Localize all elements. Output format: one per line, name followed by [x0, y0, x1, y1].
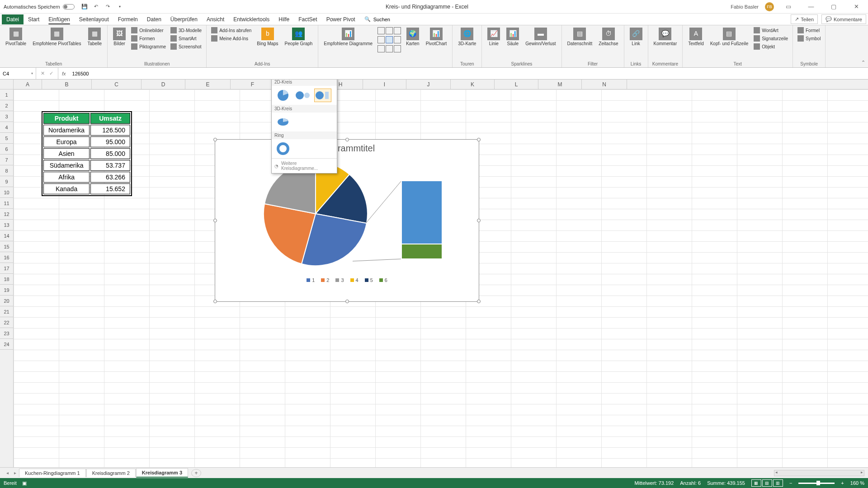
comment-button[interactable]: 💬Kommentar: [652, 27, 679, 47]
pictures-button[interactable]: 🖼Bilder: [111, 27, 127, 47]
chart-type-col-icon[interactable]: [377, 27, 385, 34]
tab-file[interactable]: Datei: [2, 14, 24, 24]
get-addins-button[interactable]: Add-Ins abrufen: [210, 27, 252, 34]
resize-handle[interactable]: [477, 300, 481, 303]
row-header[interactable]: 21: [0, 306, 13, 317]
resize-handle[interactable]: [213, 219, 217, 222]
tab-ueberpruefen[interactable]: Überprüfen: [166, 14, 202, 24]
3d-map-button[interactable]: 🌐3D-Karte: [456, 27, 478, 47]
column-header[interactable]: A: [14, 80, 42, 89]
row-header[interactable]: 22: [0, 317, 13, 328]
link-button[interactable]: 🔗Link: [628, 27, 644, 47]
sheet-nav-prev-icon[interactable]: ◂: [4, 470, 11, 475]
redo-icon[interactable]: ↷: [104, 3, 112, 10]
column-header[interactable]: K: [451, 80, 495, 89]
save-icon[interactable]: 💾: [81, 3, 88, 10]
symbol-button[interactable]: Symbol: [797, 35, 821, 42]
sparkline-line-button[interactable]: 📈Linie: [486, 27, 502, 47]
pivotchart-button[interactable]: 📊PivotChart: [424, 27, 449, 47]
resize-handle[interactable]: [477, 219, 481, 222]
row-header[interactable]: 23: [0, 328, 13, 339]
search-tab[interactable]: 🔍 Suchen: [364, 16, 390, 22]
sheet-tab-1[interactable]: Kuchen-Ringdiagramm 1: [19, 469, 86, 477]
row-header[interactable]: 5: [0, 133, 13, 144]
collapse-ribbon-icon[interactable]: ⌃: [861, 60, 865, 66]
cells-area[interactable]: ProduktUmsatz Nordamerika126.500 Europa9…: [14, 89, 868, 467]
pie-chart[interactable]: [239, 157, 456, 275]
zoom-level[interactable]: 160 %: [850, 480, 864, 486]
tab-factset[interactable]: FactSet: [294, 14, 321, 24]
sheet-tab-2[interactable]: Kreisdiagramm 2: [86, 469, 136, 477]
row-header[interactable]: 14: [0, 230, 13, 241]
row-header[interactable]: 18: [0, 274, 13, 285]
chart-type-area-icon[interactable]: [394, 27, 401, 34]
chart-type-scatter-icon[interactable]: [377, 45, 385, 52]
tab-daten[interactable]: Daten: [142, 14, 166, 24]
chart-legend[interactable]: 1 2 3 4 5 6: [215, 275, 479, 286]
row-header[interactable]: 20: [0, 296, 13, 306]
my-addins-button[interactable]: Meine Add-Ins: [210, 35, 252, 42]
column-header[interactable]: C: [92, 80, 142, 89]
wordart-button[interactable]: WordArt: [753, 27, 789, 34]
textbox-button[interactable]: ATextfeld: [686, 27, 705, 47]
macro-record-icon[interactable]: ▣: [22, 480, 27, 486]
row-header[interactable]: 9: [0, 176, 13, 187]
column-header[interactable]: N: [582, 80, 627, 89]
more-pie-charts-option[interactable]: ◔Weitere Kreisdiagramme...: [272, 158, 337, 173]
column-header[interactable]: D: [142, 80, 185, 89]
people-graph-button[interactable]: 👥People Graph: [283, 27, 315, 47]
online-pictures-button[interactable]: Onlinebilder: [130, 27, 167, 34]
column-header[interactable]: L: [495, 80, 538, 89]
view-normal-icon[interactable]: ▦: [751, 479, 761, 487]
row-header[interactable]: 3: [0, 111, 13, 122]
qat-dropdown-icon[interactable]: ▾: [116, 3, 123, 10]
avatar[interactable]: FB: [765, 2, 774, 11]
horizontal-scrollbar[interactable]: [774, 470, 864, 476]
slicer-button[interactable]: ▤Datenschnitt: [566, 27, 594, 47]
view-pagebreak-icon[interactable]: ▥: [773, 479, 783, 487]
zoom-in-icon[interactable]: +: [841, 480, 844, 486]
chart-type-map-icon[interactable]: [386, 45, 393, 52]
screenshot-button[interactable]: Screenshot: [170, 43, 203, 50]
icons-button[interactable]: Piktogramme: [130, 43, 167, 50]
minimize-icon[interactable]: —: [803, 2, 819, 12]
row-header[interactable]: 6: [0, 144, 13, 155]
chart-type-combo-icon[interactable]: [394, 45, 401, 52]
header-footer-button[interactable]: ▤Kopf- und Fußzeile: [708, 27, 750, 47]
tab-formeln[interactable]: Formeln: [113, 14, 142, 24]
table-button[interactable]: ▦Tabelle: [85, 27, 104, 47]
share-button[interactable]: ↗Teilen: [791, 14, 818, 24]
sheet-nav-next-icon[interactable]: ▸: [11, 470, 19, 475]
row-header[interactable]: 1: [0, 89, 13, 100]
object-button[interactable]: Objekt: [753, 43, 789, 50]
maximize-icon[interactable]: ▢: [826, 2, 842, 12]
formula-input[interactable]: 126500: [70, 71, 868, 76]
row-header[interactable]: 16: [0, 252, 13, 263]
pie-2d-option[interactable]: [274, 89, 292, 102]
undo-icon[interactable]: ↶: [93, 3, 100, 10]
resize-handle[interactable]: [345, 300, 349, 303]
row-header[interactable]: 19: [0, 285, 13, 296]
row-header[interactable]: 11: [0, 198, 13, 209]
resize-handle[interactable]: [477, 138, 481, 141]
signature-button[interactable]: Signaturzeile: [753, 35, 789, 42]
chart-type-stat-icon[interactable]: [394, 36, 401, 43]
row-header[interactable]: 8: [0, 165, 13, 176]
sparkline-winloss-button[interactable]: ▬Gewinn/Verlust: [524, 27, 557, 47]
tab-seitenlayout[interactable]: Seitenlayout: [75, 14, 113, 24]
close-icon[interactable]: ✕: [848, 2, 864, 12]
column-header[interactable]: B: [42, 80, 92, 89]
row-header[interactable]: 13: [0, 220, 13, 230]
add-sheet-button[interactable]: +: [191, 469, 201, 477]
name-box[interactable]: C4: [0, 68, 36, 79]
chart-object[interactable]: Diagrammtitel 1 2: [215, 139, 479, 302]
accept-formula-icon[interactable]: ✓: [49, 70, 53, 76]
row-header[interactable]: 15: [0, 241, 13, 252]
resize-handle[interactable]: [345, 138, 349, 141]
column-header[interactable]: E: [185, 80, 231, 89]
row-header[interactable]: 24: [0, 339, 13, 350]
bar-of-pie-option[interactable]: [314, 89, 331, 102]
maps-button[interactable]: 🌍Karten: [404, 27, 421, 47]
tab-ansicht[interactable]: Ansicht: [202, 14, 229, 24]
column-header[interactable]: F: [231, 80, 275, 89]
